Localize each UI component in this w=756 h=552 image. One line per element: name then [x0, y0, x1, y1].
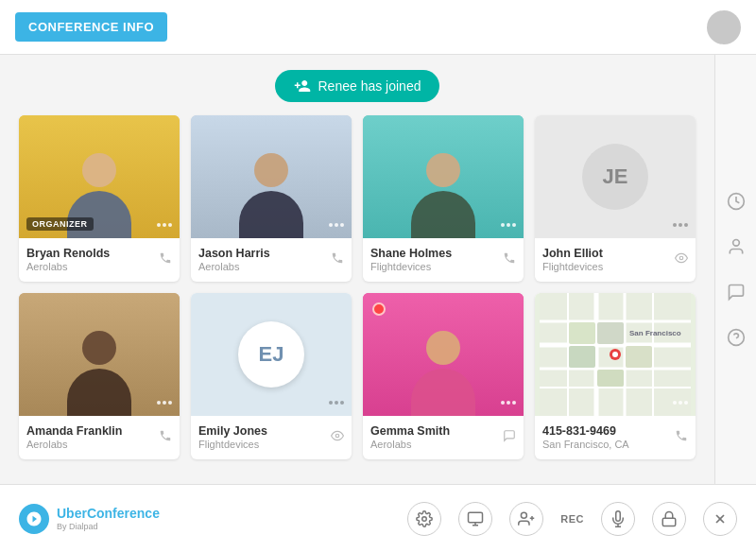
participant-name: Jason Harris: [198, 247, 270, 260]
card-menu-dots-emily[interactable]: [329, 391, 344, 408]
person-add-icon: [294, 78, 311, 95]
add-participant-button[interactable]: [509, 502, 543, 536]
participant-company: Aerolabs: [198, 261, 270, 272]
right-sidebar: [714, 55, 756, 484]
svg-point-5: [335, 434, 339, 438]
svg-text:San Francisco: San Francisco: [629, 329, 681, 337]
participant-company: Aerolabs: [370, 439, 450, 450]
clock-icon[interactable]: [725, 190, 747, 213]
settings-button[interactable]: [407, 502, 441, 536]
initials-emily: EJ: [238, 321, 304, 388]
footer-controls: REC: [407, 502, 737, 536]
svg-rect-19: [597, 370, 624, 387]
card-text-john: John Elliot Flightdevices: [542, 247, 603, 272]
card-menu-dots-jason[interactable]: [329, 214, 344, 231]
header: CONFERENCE INFO: [0, 0, 756, 55]
conference-info-button[interactable]: CONFERENCE INFO: [15, 12, 167, 42]
participant-name: Emily Jones: [198, 424, 267, 438]
screen-share-button[interactable]: [458, 502, 492, 536]
brand: UberConference By Dialpad: [19, 504, 160, 534]
lock-button[interactable]: [652, 502, 686, 536]
svg-point-27: [522, 512, 527, 518]
participant-card-shane: Shane Holmes Flightdevices: [363, 115, 524, 282]
phone-icon[interactable]: [503, 251, 516, 268]
phone-icon[interactable]: [159, 251, 172, 268]
card-menu-dots-john[interactable]: [673, 214, 688, 231]
user-avatar[interactable]: [707, 10, 741, 44]
card-photo-jason: [191, 115, 352, 238]
card-menu-dots[interactable]: [157, 214, 172, 231]
organizer-badge: ORGANIZER: [26, 217, 94, 231]
map-photo: San Francisco: [535, 293, 696, 416]
card-photo-shane: [363, 115, 524, 238]
card-menu-dots-shane[interactable]: [501, 214, 516, 231]
svg-point-23: [422, 516, 427, 521]
participant-name: John Elliot: [542, 247, 603, 260]
card-photo-bryan: ORGANIZER: [19, 115, 180, 238]
card-info-emily: Emily Jones Flightdevices: [191, 416, 352, 459]
participant-name: Gemma Smith: [370, 424, 450, 438]
brand-text: UberConference By Dialpad: [57, 507, 160, 531]
phone-icon[interactable]: [331, 251, 344, 268]
eye-icon[interactable]: [331, 429, 344, 446]
notification-text: Renee has joined: [318, 78, 421, 94]
participant-company: Aerolabs: [26, 439, 122, 450]
card-text-bryan: Bryan Renolds Aerolabs: [26, 247, 110, 272]
participant-name: Amanda Franklin: [26, 424, 122, 438]
card-info-amanda: Amanda Franklin Aerolabs: [19, 416, 180, 459]
svg-rect-32: [662, 518, 676, 526]
notification-banner: Renee has joined: [19, 70, 696, 102]
card-info-jason: Jason Harris Aerolabs: [191, 238, 352, 282]
card-photo-amanda: [19, 293, 180, 416]
chat-icon[interactable]: [503, 429, 516, 446]
card-menu-dots-amanda[interactable]: [157, 391, 172, 408]
card-photo-gemma: [363, 293, 524, 416]
footer: UberConference By Dialpad: [0, 484, 756, 552]
participant-card-amanda: Amanda Franklin Aerolabs: [19, 293, 180, 459]
brand-name: UberConference: [57, 507, 160, 520]
svg-rect-17: [569, 346, 595, 368]
chat-icon[interactable]: [725, 281, 747, 303]
brand-sub: By Dialpad: [57, 522, 160, 531]
participant-company: San Francisco, CA: [542, 439, 629, 450]
notification-pill: Renee has joined: [275, 70, 440, 102]
card-menu-dots-location[interactable]: [673, 391, 688, 408]
brand-logo: [19, 504, 49, 534]
phone-icon[interactable]: [159, 429, 172, 446]
participant-card-jason: Jason Harris Aerolabs: [191, 115, 352, 282]
participant-card-john: JE John Elliot Flightdevices: [535, 115, 696, 282]
svg-point-4: [679, 256, 683, 260]
participant-card-gemma: Gemma Smith Aerolabs: [363, 293, 524, 459]
participant-card-bryan: ORGANIZER Bryan Renolds Aerolabs: [19, 115, 180, 282]
svg-point-22: [612, 352, 618, 357]
mute-button[interactable]: [601, 502, 635, 536]
card-photo-emily: EJ: [191, 293, 352, 416]
card-info-gemma: Gemma Smith Aerolabs: [363, 416, 524, 459]
record-button[interactable]: REC: [560, 513, 584, 525]
card-info-shane: Shane Holmes Flightdevices: [363, 238, 524, 282]
help-icon[interactable]: [725, 326, 747, 349]
main-content: Renee has joined ORGANIZER Brya: [0, 55, 714, 484]
card-text-emily: Emily Jones Flightdevices: [198, 424, 267, 450]
card-info-location: 415-831-9469 San Francisco, CA: [535, 416, 696, 459]
card-text-shane: Shane Holmes Flightdevices: [370, 247, 452, 272]
svg-point-1: [732, 240, 739, 247]
participant-company: Aerolabs: [26, 261, 110, 272]
participant-name: 415-831-9469: [542, 424, 629, 438]
participant-company: Flightdevices: [198, 439, 267, 450]
card-text-gemma: Gemma Smith Aerolabs: [370, 424, 450, 450]
svg-rect-18: [626, 346, 652, 368]
svg-rect-16: [597, 322, 624, 344]
eye-icon[interactable]: [675, 251, 688, 268]
participant-name: Bryan Renolds: [26, 247, 110, 260]
end-call-button[interactable]: [703, 502, 737, 536]
participant-grid: ORGANIZER Bryan Renolds Aerolabs: [19, 115, 696, 459]
person-icon[interactable]: [725, 235, 747, 258]
card-text-jason: Jason Harris Aerolabs: [198, 247, 270, 272]
phone-icon[interactable]: [675, 429, 688, 446]
card-photo-john: JE: [535, 115, 696, 238]
participant-card-location: San Francisco 415-831-9469 San Francisco…: [535, 293, 696, 459]
card-menu-dots-gemma[interactable]: [501, 391, 516, 408]
card-info-bryan: Bryan Renolds Aerolabs: [19, 238, 180, 282]
recording-indicator: [372, 302, 386, 316]
